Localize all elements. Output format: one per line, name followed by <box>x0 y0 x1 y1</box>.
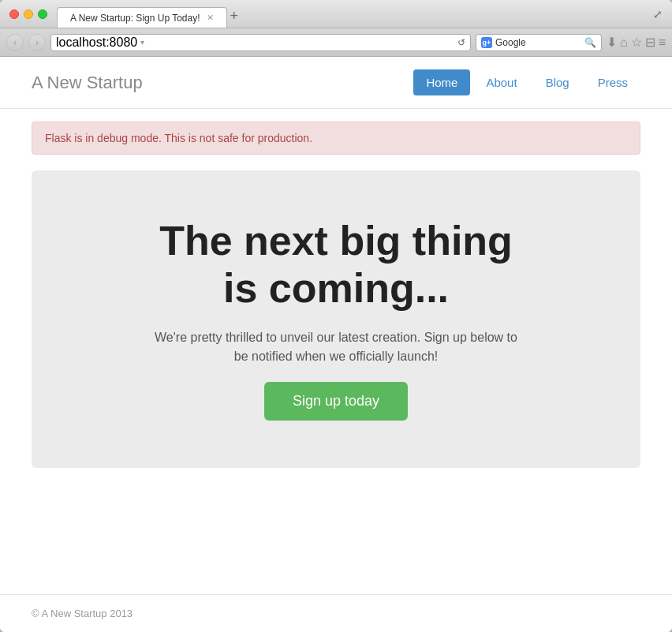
page-content: A New Startup Home About Blog Press Flas… <box>0 57 672 632</box>
url-bar[interactable]: localhost:8080 ▾ ↺ <box>50 34 471 51</box>
tab-bar: A New Startup: Sign Up Today! ✕ + <box>57 0 238 28</box>
home-icon[interactable]: ⌂ <box>620 36 628 50</box>
bookmarks-list-icon[interactable]: ⊟ <box>645 35 655 50</box>
url-dropdown-icon[interactable]: ▾ <box>140 38 144 47</box>
nav-press[interactable]: Press <box>585 69 640 95</box>
alert-wrapper: Flask is in debug mode. This is not safe… <box>0 109 672 155</box>
active-tab[interactable]: A New Startup: Sign Up Today! ✕ <box>57 7 227 28</box>
nav-home[interactable]: Home <box>413 69 470 95</box>
traffic-lights <box>9 9 47 19</box>
bookmark-icon[interactable]: ☆ <box>631 35 642 50</box>
search-submit-icon[interactable]: 🔍 <box>584 37 596 48</box>
site-footer: © A New Startup 2013 <box>0 594 672 632</box>
signup-button[interactable]: Sign up today <box>264 382 408 421</box>
maximize-button[interactable] <box>38 9 47 19</box>
back-icon: ‹ <box>13 37 17 48</box>
new-tab-button[interactable]: + <box>230 8 239 28</box>
toolbar-icons: ⬇ ⌂ ☆ ⊟ ≡ <box>607 35 666 50</box>
debug-alert-text: Flask is in debug mode. This is not safe… <box>45 132 312 144</box>
debug-alert: Flask is in debug mode. This is not safe… <box>32 122 640 155</box>
google-icon: g+ <box>481 37 492 48</box>
hero-subtitle: We're pretty thrilled to unveil our late… <box>147 328 525 366</box>
tab-close-icon[interactable]: ✕ <box>207 13 214 23</box>
url-text: localhost:8080 <box>56 36 137 50</box>
hero-wrapper: The next big thingis coming... We're pre… <box>0 155 672 499</box>
minimize-button[interactable] <box>24 9 33 19</box>
close-button[interactable] <box>9 9 19 19</box>
forward-button[interactable]: › <box>28 34 46 51</box>
forward-icon: › <box>35 37 39 48</box>
nav-links: Home About Blog Press <box>413 69 640 95</box>
download-icon[interactable]: ⬇ <box>607 35 617 50</box>
footer-text: © A New Startup 2013 <box>32 608 133 619</box>
reload-icon[interactable]: ↺ <box>457 37 465 48</box>
nav-about[interactable]: About <box>473 69 529 95</box>
browser-window: A New Startup: Sign Up Today! ✕ + ⤢ ‹ › … <box>0 0 672 632</box>
site-nav: A New Startup Home About Blog Press <box>0 57 672 109</box>
title-bar: A New Startup: Sign Up Today! ✕ + ⤢ <box>0 0 672 28</box>
address-bar: ‹ › localhost:8080 ▾ ↺ g+ Google 🔍 ⬇ ⌂ ☆… <box>0 28 672 57</box>
back-button[interactable]: ‹ <box>6 34 24 51</box>
window-resize-icon: ⤢ <box>653 8 663 21</box>
hero-title: The next big thingis coming... <box>159 218 513 312</box>
nav-blog[interactable]: Blog <box>533 69 582 95</box>
search-placeholder: Google <box>495 37 581 48</box>
site-logo: A New Startup <box>32 73 413 93</box>
search-bar[interactable]: g+ Google 🔍 <box>476 34 602 51</box>
menu-icon[interactable]: ≡ <box>659 36 666 50</box>
hero-box: The next big thingis coming... We're pre… <box>32 170 640 468</box>
tab-title: A New Startup: Sign Up Today! <box>70 13 200 24</box>
